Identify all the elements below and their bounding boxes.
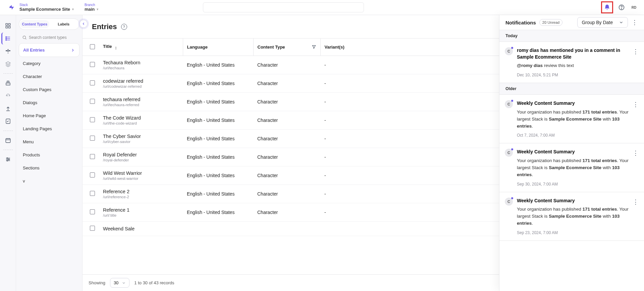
notification-item[interactable]: CWeekly Content SummaryYour organization… — [499, 95, 644, 143]
page-help-icon[interactable]: ? — [121, 24, 127, 30]
row-checkbox[interactable] — [90, 209, 95, 214]
rail-releases-icon[interactable] — [2, 90, 14, 102]
rail-settings-icon[interactable] — [2, 153, 14, 165]
notifications-bell-icon[interactable] — [603, 4, 611, 11]
rail-calendar-icon[interactable] — [2, 134, 14, 146]
sidebar-item-label: v — [23, 178, 25, 184]
notification-menu-button[interactable]: ⋮ — [633, 149, 639, 186]
notification-timestamp: Oct 7, 2024, 7:00 AM — [517, 133, 629, 138]
record-range: 1 to 30 of 43 records — [134, 280, 174, 285]
svg-point-23 — [7, 158, 8, 159]
sidebar-item[interactable]: v — [19, 174, 79, 188]
sidebar-item[interactable]: Menu — [19, 135, 79, 148]
notification-item[interactable]: CWeekly Content SummaryYour organization… — [499, 143, 644, 192]
sidebar-item-label: Category — [23, 61, 41, 66]
notification-menu-button[interactable]: ⋮ — [633, 47, 639, 77]
row-checkbox[interactable] — [90, 154, 95, 159]
stack-selector[interactable]: Sample Ecommerce Site ▼ — [19, 7, 74, 12]
svg-point-26 — [23, 36, 25, 39]
sort-icon[interactable]: ▲▼ — [115, 46, 117, 50]
notifications-menu-button[interactable]: ⋮ — [631, 18, 638, 27]
sidebar-item-label: Products — [23, 152, 40, 157]
caret-down-icon: ▼ — [71, 8, 74, 11]
entry-language: English - United States — [183, 166, 253, 185]
sidebar-item-label: Landing Pages — [23, 126, 52, 131]
col-language[interactable]: Language — [183, 39, 253, 56]
notification-menu-button[interactable]: ⋮ — [633, 100, 639, 138]
search-icon — [22, 35, 27, 40]
entry-content-type: Character — [253, 185, 320, 203]
sidebar-item[interactable]: Sections — [19, 161, 79, 174]
collapse-sidebar-button[interactable] — [79, 20, 88, 28]
entry-language: English - United States — [183, 148, 253, 166]
page-size-dropdown[interactable]: 30 — [110, 278, 129, 288]
tab-labels[interactable]: Labels — [49, 20, 78, 28]
row-checkbox[interactable] — [90, 172, 95, 177]
row-checkbox[interactable] — [90, 80, 95, 85]
caret-down-icon: ▼ — [96, 8, 99, 11]
entry-content-type — [253, 222, 320, 236]
global-search-input[interactable] — [203, 2, 364, 12]
unread-dot-icon — [511, 148, 514, 151]
entry-url: /url/techaura-referred — [103, 103, 179, 107]
notification-menu-button[interactable]: ⋮ — [633, 198, 639, 235]
branch-selector[interactable]: main ▼ — [85, 7, 99, 12]
entry-content-type: Character — [253, 166, 320, 185]
sidebar-item[interactable]: Products — [19, 148, 79, 161]
entry-title: Reference 1 — [103, 207, 179, 213]
unread-count-badge[interactable]: 20 Unread — [539, 19, 562, 26]
svg-rect-9 — [6, 37, 6, 37]
entry-content-type: Character — [253, 130, 320, 148]
entry-content-type: Character — [253, 56, 320, 74]
entry-content-type: Character — [253, 111, 320, 130]
help-icon[interactable] — [618, 4, 625, 11]
svg-point-24 — [8, 159, 9, 160]
notification-text: @romy dias review this text — [517, 62, 629, 69]
row-checkbox[interactable] — [90, 226, 95, 231]
entry-title: The Code Wizard — [103, 115, 179, 121]
user-avatar[interactable]: RD — [630, 3, 638, 11]
row-checkbox[interactable] — [90, 136, 95, 141]
entry-language: English - United States — [183, 130, 253, 148]
sidebar-item[interactable]: Custom Pages — [19, 83, 79, 96]
sidebar-item[interactable]: Dialogs — [19, 96, 79, 109]
notification-heading: romy dias has mentioned you in a comment… — [517, 47, 629, 60]
svg-rect-2 — [6, 23, 7, 25]
sidebar-search-input[interactable]: Search content types — [19, 32, 79, 43]
sidebar-item[interactable]: Home Page — [19, 109, 79, 122]
notification-item[interactable]: Cromy dias has mentioned you in a commen… — [499, 42, 644, 83]
chevron-down-icon — [122, 281, 126, 285]
tab-content-types[interactable]: Content Types — [20, 20, 49, 28]
rail-dashboard-icon[interactable] — [2, 20, 14, 32]
row-checkbox[interactable] — [90, 191, 95, 196]
entry-url: /url/codewizar-referred — [103, 84, 179, 88]
sidebar-item[interactable]: Landing Pages — [19, 122, 79, 135]
col-title[interactable]: Title — [103, 44, 112, 49]
top-header: Stack Sample Ecommerce Site ▼ Branch mai… — [0, 0, 644, 15]
entry-language: English - United States — [183, 74, 253, 93]
entry-title: techaura referred — [103, 97, 179, 102]
rail-content-model-icon[interactable] — [2, 45, 14, 57]
rail-media-icon[interactable] — [2, 77, 14, 89]
rail-publish-icon[interactable] — [2, 102, 14, 115]
rail-tasks-icon[interactable] — [2, 115, 14, 127]
rail-assets-icon[interactable] — [2, 58, 14, 70]
sidebar-item[interactable]: Category — [19, 57, 79, 70]
filter-icon[interactable] — [312, 45, 316, 49]
chevron-right-icon — [70, 48, 75, 53]
select-all-checkbox[interactable] — [90, 44, 95, 49]
col-content-type[interactable]: Content Type — [258, 45, 285, 50]
page-title: Entries — [92, 22, 117, 31]
product-logo[interactable] — [8, 4, 15, 11]
row-checkbox[interactable] — [90, 117, 95, 122]
sidebar-item[interactable]: All Entries — [19, 43, 79, 57]
rail-entries-icon[interactable] — [1, 32, 13, 45]
entry-url: /royal-defender — [103, 158, 179, 162]
svg-rect-16 — [6, 139, 10, 143]
entry-content-type: Character — [253, 74, 320, 93]
row-checkbox[interactable] — [90, 62, 95, 67]
row-checkbox[interactable] — [90, 99, 95, 104]
group-by-dropdown[interactable]: Group By Date — [577, 17, 628, 28]
notification-item[interactable]: CWeekly Content SummaryYour organization… — [499, 192, 644, 241]
sidebar-item[interactable]: Character — [19, 70, 79, 83]
